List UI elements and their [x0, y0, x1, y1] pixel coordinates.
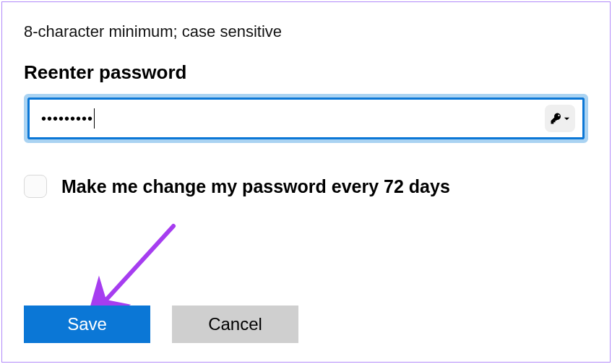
- reenter-password-label: Reenter password: [24, 61, 588, 84]
- password-form-panel: 8-character minimum; case sensitive Reen…: [1, 1, 611, 363]
- reenter-password-input[interactable]: •••••••••: [27, 98, 585, 139]
- key-icon: [550, 112, 563, 125]
- text-caret: [94, 108, 95, 129]
- cancel-button[interactable]: Cancel: [172, 306, 298, 343]
- password-masked-value: •••••••••: [41, 110, 93, 127]
- chevron-down-icon: [564, 116, 570, 122]
- button-row: Save Cancel: [24, 306, 298, 343]
- reenter-password-focus-ring: •••••••••: [24, 94, 588, 143]
- password-hint-text: 8-character minimum; case sensitive: [24, 22, 588, 41]
- change-every-checkbox[interactable]: [24, 175, 47, 198]
- svg-line-0: [106, 226, 173, 300]
- change-every-label: Make me change my password every 72 days: [61, 176, 450, 197]
- password-manager-button[interactable]: [545, 105, 575, 132]
- change-every-row: Make me change my password every 72 days: [24, 175, 588, 198]
- save-button[interactable]: Save: [24, 306, 150, 343]
